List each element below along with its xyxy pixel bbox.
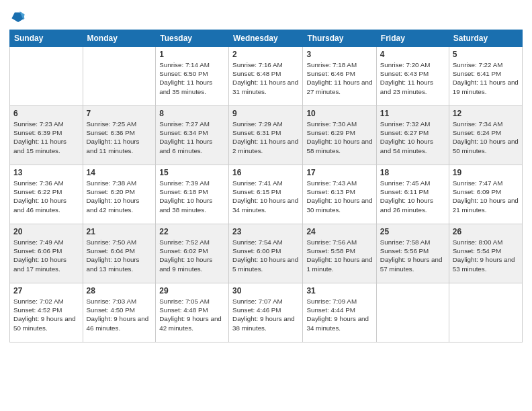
day-number: 9 [232,109,299,118]
day-info: Sunrise: 7:47 AM Sunset: 6:09 PM Dayligh… [453,179,519,214]
week-row-2: 6Sunrise: 7:23 AM Sunset: 6:39 PM Daylig… [10,106,523,165]
day-info: Sunrise: 7:03 AM Sunset: 4:50 PM Dayligh… [87,297,152,332]
day-number: 2 [232,50,299,59]
day-info: Sunrise: 7:39 AM Sunset: 6:18 PM Dayligh… [159,179,225,214]
header [9,7,523,24]
week-row-4: 20Sunrise: 7:49 AM Sunset: 6:06 PM Dayli… [10,224,523,283]
day-info: Sunrise: 7:34 AM Sunset: 6:24 PM Dayligh… [453,120,519,155]
day-info: Sunrise: 7:18 AM Sunset: 6:46 PM Dayligh… [306,60,372,96]
day-cell: 23Sunrise: 7:54 AM Sunset: 6:00 PM Dayli… [229,224,303,283]
day-number: 25 [380,227,445,236]
day-cell: 10Sunrise: 7:30 AM Sunset: 6:29 PM Dayli… [303,106,376,165]
day-number: 7 [87,109,152,118]
day-info: Sunrise: 7:14 AM Sunset: 6:50 PM Dayligh… [159,60,225,96]
calendar: SundayMondayTuesdayWednesdayThursdayFrid… [9,30,523,342]
day-number: 1 [159,50,225,59]
day-info: Sunrise: 7:43 AM Sunset: 6:13 PM Dayligh… [306,179,372,214]
day-cell: 1Sunrise: 7:14 AM Sunset: 6:50 PM Daylig… [156,47,229,106]
day-info: Sunrise: 7:36 AM Sunset: 6:22 PM Dayligh… [13,179,79,214]
day-info: Sunrise: 7:32 AM Sunset: 6:27 PM Dayligh… [380,120,445,155]
day-cell: 16Sunrise: 7:41 AM Sunset: 6:15 PM Dayli… [229,165,303,224]
day-number: 23 [232,227,299,236]
day-cell: 15Sunrise: 7:39 AM Sunset: 6:18 PM Dayli… [156,165,229,224]
logo-icon [11,9,26,24]
day-header-tuesday: Tuesday [156,30,229,47]
day-number: 24 [306,227,372,236]
day-info: Sunrise: 7:50 AM Sunset: 6:04 PM Dayligh… [87,238,152,273]
day-cell: 18Sunrise: 7:45 AM Sunset: 6:11 PM Dayli… [376,165,449,224]
day-cell: 6Sunrise: 7:23 AM Sunset: 6:39 PM Daylig… [10,106,83,165]
day-cell: 8Sunrise: 7:27 AM Sunset: 6:34 PM Daylig… [156,106,229,165]
day-number: 10 [306,109,372,118]
day-cell: 11Sunrise: 7:32 AM Sunset: 6:27 PM Dayli… [376,106,449,165]
logo [9,9,26,24]
day-cell: 20Sunrise: 7:49 AM Sunset: 6:06 PM Dayli… [10,224,83,283]
day-info: Sunrise: 7:16 AM Sunset: 6:48 PM Dayligh… [232,60,299,96]
week-row-3: 13Sunrise: 7:36 AM Sunset: 6:22 PM Dayli… [10,165,523,224]
day-cell: 13Sunrise: 7:36 AM Sunset: 6:22 PM Dayli… [10,165,83,224]
day-cell [449,283,522,342]
day-cell: 29Sunrise: 7:05 AM Sunset: 4:48 PM Dayli… [156,283,229,342]
day-number: 15 [159,168,225,177]
day-number: 16 [232,168,299,177]
day-cell [10,47,83,106]
day-header-monday: Monday [83,30,156,47]
day-info: Sunrise: 7:25 AM Sunset: 6:36 PM Dayligh… [87,120,152,155]
week-row-5: 27Sunrise: 7:02 AM Sunset: 4:52 PM Dayli… [10,283,523,342]
day-info: Sunrise: 7:22 AM Sunset: 6:41 PM Dayligh… [453,60,519,96]
day-number: 26 [453,227,519,236]
day-cell [376,283,449,342]
header-row: SundayMondayTuesdayWednesdayThursdayFrid… [10,30,523,47]
day-cell: 9Sunrise: 7:29 AM Sunset: 6:31 PM Daylig… [229,106,303,165]
day-info: Sunrise: 7:52 AM Sunset: 6:02 PM Dayligh… [159,238,225,273]
day-number: 28 [87,286,152,295]
day-info: Sunrise: 7:02 AM Sunset: 4:52 PM Dayligh… [13,297,79,332]
day-number: 22 [159,227,225,236]
day-number: 20 [13,227,79,236]
day-info: Sunrise: 7:56 AM Sunset: 5:58 PM Dayligh… [306,238,372,273]
day-info: Sunrise: 7:27 AM Sunset: 6:34 PM Dayligh… [159,120,225,155]
week-row-1: 1Sunrise: 7:14 AM Sunset: 6:50 PM Daylig… [10,47,523,106]
day-info: Sunrise: 7:54 AM Sunset: 6:00 PM Dayligh… [232,238,299,273]
day-cell: 12Sunrise: 7:34 AM Sunset: 6:24 PM Dayli… [449,106,522,165]
day-info: Sunrise: 7:38 AM Sunset: 6:20 PM Dayligh… [87,179,152,214]
day-number: 29 [159,286,225,295]
day-info: Sunrise: 8:00 AM Sunset: 5:54 PM Dayligh… [453,238,519,273]
day-info: Sunrise: 7:49 AM Sunset: 6:06 PM Dayligh… [13,238,79,273]
day-number: 3 [306,50,372,59]
day-info: Sunrise: 7:41 AM Sunset: 6:15 PM Dayligh… [232,179,299,214]
day-cell: 26Sunrise: 8:00 AM Sunset: 5:54 PM Dayli… [449,224,522,283]
day-info: Sunrise: 7:30 AM Sunset: 6:29 PM Dayligh… [306,120,372,155]
day-number: 6 [13,109,79,118]
day-header-thursday: Thursday [303,30,376,47]
day-number: 18 [380,168,445,177]
day-info: Sunrise: 7:05 AM Sunset: 4:48 PM Dayligh… [159,297,225,332]
page: SundayMondayTuesdayWednesdayThursdayFrid… [0,0,532,411]
day-cell: 30Sunrise: 7:07 AM Sunset: 4:46 PM Dayli… [229,283,303,342]
day-cell: 19Sunrise: 7:47 AM Sunset: 6:09 PM Dayli… [449,165,522,224]
day-info: Sunrise: 7:07 AM Sunset: 4:46 PM Dayligh… [232,297,299,332]
day-info: Sunrise: 7:29 AM Sunset: 6:31 PM Dayligh… [232,120,299,155]
day-number: 8 [159,109,225,118]
day-cell: 7Sunrise: 7:25 AM Sunset: 6:36 PM Daylig… [83,106,156,165]
day-cell: 17Sunrise: 7:43 AM Sunset: 6:13 PM Dayli… [303,165,376,224]
day-header-friday: Friday [376,30,449,47]
day-number: 12 [453,109,519,118]
day-number: 19 [453,168,519,177]
day-number: 4 [380,50,445,59]
day-info: Sunrise: 7:23 AM Sunset: 6:39 PM Dayligh… [13,120,79,155]
day-cell: 27Sunrise: 7:02 AM Sunset: 4:52 PM Dayli… [10,283,83,342]
day-cell: 4Sunrise: 7:20 AM Sunset: 6:43 PM Daylig… [376,47,449,106]
day-number: 5 [453,50,519,59]
day-info: Sunrise: 7:45 AM Sunset: 6:11 PM Dayligh… [380,179,445,214]
day-number: 11 [380,109,445,118]
day-header-wednesday: Wednesday [229,30,303,47]
day-cell: 28Sunrise: 7:03 AM Sunset: 4:50 PM Dayli… [83,283,156,342]
day-cell: 2Sunrise: 7:16 AM Sunset: 6:48 PM Daylig… [229,47,303,106]
day-cell: 22Sunrise: 7:52 AM Sunset: 6:02 PM Dayli… [156,224,229,283]
day-cell: 31Sunrise: 7:09 AM Sunset: 4:44 PM Dayli… [303,283,376,342]
day-number: 30 [232,286,299,295]
day-number: 17 [306,168,372,177]
day-header-sunday: Sunday [10,30,83,47]
day-cell: 24Sunrise: 7:56 AM Sunset: 5:58 PM Dayli… [303,224,376,283]
